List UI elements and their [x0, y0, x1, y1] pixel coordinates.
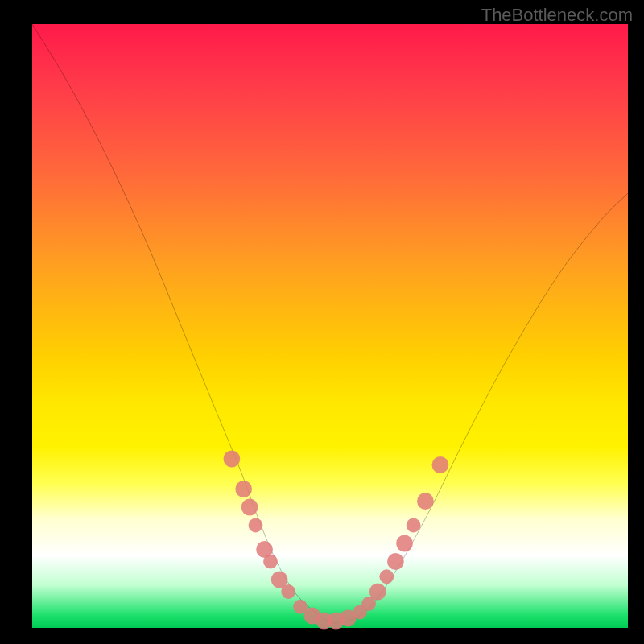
curve-marker — [235, 481, 252, 497]
curve-marker — [432, 456, 449, 473]
curve-marker — [249, 518, 263, 533]
bottleneck-curve-svg — [32, 24, 628, 628]
curve-marker — [387, 553, 404, 570]
curve-marker — [369, 584, 386, 601]
curve-markers — [224, 451, 449, 630]
watermark-text: TheBottleneck.com — [481, 5, 633, 26]
curve-marker — [417, 493, 434, 510]
curve-marker — [263, 555, 278, 569]
curve-marker — [407, 518, 421, 533]
curve-marker — [224, 451, 241, 468]
curve-marker — [379, 569, 394, 584]
curve-marker — [242, 499, 258, 516]
curve-marker — [281, 584, 295, 599]
chart-plot-area — [32, 24, 628, 628]
curve-marker — [396, 535, 413, 552]
bottleneck-curve-line — [32, 24, 628, 623]
